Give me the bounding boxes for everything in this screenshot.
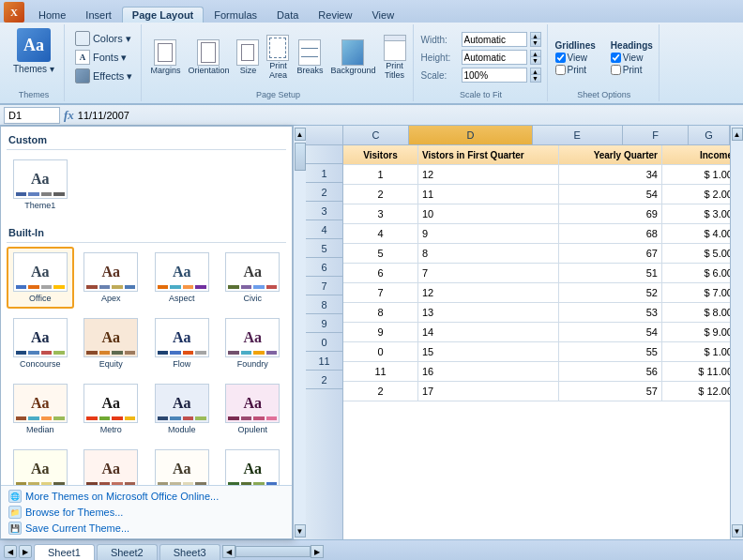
sheet-tab-sheet2[interactable]: Sheet2 [97, 544, 158, 560]
ss-cell[interactable]: 67 [559, 244, 662, 263]
theme-paper[interactable]: Aa Paper [148, 444, 216, 485]
ss-cell[interactable]: $ 5.00 [662, 244, 730, 263]
scale-down-btn[interactable]: ▼ [530, 75, 541, 83]
themes-button[interactable]: Aa Themes ▾ [9, 26, 58, 76]
ss-cell[interactable]: Visitors [343, 145, 418, 164]
height-input[interactable] [462, 50, 527, 65]
theme-civic[interactable]: Aa Civic [220, 247, 287, 309]
theme-opulent[interactable]: Aa Opulent [220, 378, 287, 440]
theme-concourse[interactable]: Aa Concourse [7, 312, 74, 374]
tab-formulas[interactable]: Formulas [205, 8, 266, 23]
ss-cell[interactable]: 69 [559, 204, 662, 223]
theme-solstice[interactable]: Aa Solstice [220, 444, 287, 485]
sheet-tab-sheet1[interactable]: Sheet1 [34, 544, 95, 560]
ss-cell[interactable]: 56 [559, 362, 662, 381]
theme-office[interactable]: Aa Office [7, 247, 74, 309]
ss-cell[interactable]: 55 [559, 342, 662, 361]
background-button[interactable]: Background [327, 38, 378, 77]
ss-cell[interactable]: 7 [418, 264, 559, 282]
panel-scroll-area[interactable]: Custom Aa Theme1 [1, 127, 292, 485]
ss-cell[interactable]: 1 [343, 165, 418, 184]
ss-cell[interactable]: 0 [343, 342, 418, 361]
panel-scroll-up[interactable]: ▲ [295, 128, 306, 141]
theme-oriel[interactable]: Aa Oriel [7, 444, 74, 485]
ss-cell[interactable]: 68 [559, 224, 662, 243]
scale-up-btn[interactable]: ▲ [530, 68, 541, 75]
ss-cell[interactable]: 14 [418, 323, 559, 341]
ss-cell[interactable]: $ 8.00 [662, 303, 730, 322]
panel-scrollbar[interactable]: ▲ ▼ [293, 126, 306, 539]
hscroll-thumb[interactable] [235, 546, 311, 557]
ss-vscrollbar[interactable]: ▲ ▼ [730, 126, 743, 539]
width-input[interactable] [462, 32, 527, 47]
ss-cell[interactable]: 17 [418, 382, 559, 401]
ss-scroll-down[interactable]: ▼ [732, 524, 743, 537]
ss-cell[interactable]: 11 [343, 362, 418, 381]
hscroll-left[interactable]: ◀ [222, 545, 235, 558]
ss-cell[interactable]: 54 [559, 323, 662, 341]
ss-cell[interactable]: 3 [343, 204, 418, 223]
tab-review[interactable]: Review [309, 8, 361, 23]
ss-cell[interactable]: $ 11.00 [662, 362, 730, 381]
margins-button[interactable]: Margins [147, 38, 183, 77]
ss-cell[interactable]: $ 3.00 [662, 204, 730, 223]
fonts-button[interactable]: A Fonts ▾ [72, 49, 135, 66]
tab-home[interactable]: Home [29, 8, 75, 23]
ss-cell[interactable]: 53 [559, 303, 662, 322]
ss-cell[interactable]: $ 4.00 [662, 224, 730, 243]
theme-flow[interactable]: Aa Flow [148, 312, 216, 374]
ss-cell[interactable]: 8 [343, 303, 418, 322]
ss-cell[interactable]: 9 [418, 224, 559, 243]
print-titles-button[interactable]: PrintTitles [381, 33, 409, 82]
panel-scroll-down[interactable]: ▼ [295, 524, 306, 537]
print-area-button[interactable]: PrintArea [264, 33, 292, 82]
ss-cell[interactable]: 54 [559, 185, 662, 204]
ss-cell[interactable]: 2 [343, 382, 418, 401]
effects-button[interactable]: Effects ▾ [72, 68, 135, 84]
headings-print-checkbox[interactable]: Print [611, 65, 653, 75]
browse-themes-link[interactable]: 📁 Browse for Themes... [8, 506, 284, 519]
more-themes-link[interactable]: 🌐 More Themes on Microsoft Office Online… [8, 490, 284, 503]
ss-scroll-up[interactable]: ▲ [732, 128, 743, 141]
ss-cell[interactable]: 13 [418, 303, 559, 322]
ss-cell[interactable]: 57 [559, 382, 662, 401]
tab-insert[interactable]: Insert [76, 8, 121, 23]
ss-cell[interactable]: 8 [418, 244, 559, 263]
custom-theme-theme1[interactable]: Aa Theme1 [7, 154, 74, 216]
ss-cell[interactable]: 16 [418, 362, 559, 381]
width-down-btn[interactable]: ▼ [530, 39, 541, 47]
ss-cell[interactable]: 4 [343, 224, 418, 243]
ss-cell[interactable]: 12 [418, 283, 559, 302]
gridlines-view-checkbox[interactable]: View [555, 53, 596, 63]
hscroll-right[interactable]: ▶ [311, 545, 324, 558]
theme-metro[interactable]: Aa Metro [78, 378, 145, 440]
ss-cell[interactable]: 10 [418, 204, 559, 223]
tab-nav-left[interactable]: ◀ [4, 545, 17, 558]
ss-cell[interactable]: 6 [343, 264, 418, 282]
ss-cell[interactable]: 12 [418, 165, 559, 184]
ss-cell[interactable]: $ 12.00 [662, 382, 730, 401]
orientation-button[interactable]: Orientation [185, 38, 232, 77]
ss-cell[interactable]: Vistors in First Quarter [418, 145, 559, 164]
theme-origin[interactable]: Aa Origin [78, 444, 145, 485]
tab-view[interactable]: View [362, 8, 403, 23]
theme-median[interactable]: Aa Median [7, 378, 74, 440]
theme-apex[interactable]: Aa Apex [78, 247, 145, 309]
theme-aspect[interactable]: Aa Aspect [148, 247, 216, 309]
colors-button[interactable]: Colors ▾ [72, 30, 135, 47]
ss-cell[interactable]: 52 [559, 283, 662, 302]
ss-cell[interactable]: Yearly Quarter [559, 145, 662, 164]
sheet-tab-sheet3[interactable]: Sheet3 [159, 544, 220, 560]
ss-cell[interactable]: $ 7.00 [662, 283, 730, 302]
breaks-button[interactable]: Breaks [294, 38, 326, 77]
theme-module[interactable]: Aa Module [148, 378, 216, 440]
ss-cell[interactable]: 34 [559, 165, 662, 184]
ss-cell[interactable]: $ 2.00 [662, 185, 730, 204]
gridlines-print-checkbox[interactable]: Print [555, 65, 596, 75]
ss-cell[interactable]: 51 [559, 264, 662, 282]
name-box[interactable] [4, 107, 60, 124]
ss-cell[interactable]: 11 [418, 185, 559, 204]
save-theme-link[interactable]: 💾 Save Current Theme... [8, 522, 284, 535]
tab-data[interactable]: Data [267, 8, 308, 23]
ss-cell[interactable]: $ 1.00 [662, 342, 730, 361]
